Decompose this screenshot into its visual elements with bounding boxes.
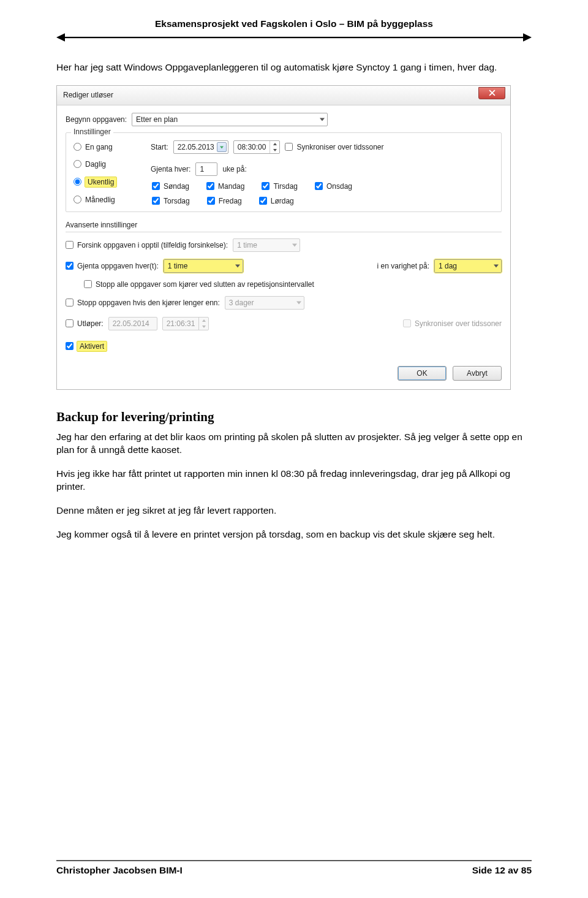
dialog-title: Rediger utløser [63, 91, 113, 99]
day-thu[interactable]: Torsdag [152, 197, 190, 205]
radio-monthly[interactable]: Månedlig [74, 196, 134, 204]
settings-legend: Innstillinger [71, 127, 113, 136]
svg-marker-2 [523, 33, 532, 42]
advanced-settings-title: Avanserte innstillinger [66, 221, 502, 229]
delay-label: Forsink oppgaven i opptil (tilfeldig for… [77, 241, 228, 249]
chevron-down-icon [296, 301, 301, 304]
expire-sync-tz-checkbox: Synkroniser over tidssoner [403, 319, 502, 328]
start-date-picker[interactable]: 22.05.2013 [173, 140, 228, 154]
enabled-label: Aktivert [77, 341, 107, 351]
radio-once-label: En gang [85, 143, 113, 151]
spinner-down-icon [270, 147, 279, 153]
day-sat-label: Lørdag [271, 197, 294, 205]
dialog-titlebar: Rediger utløser [57, 86, 510, 105]
day-sun[interactable]: Søndag [152, 182, 189, 191]
expire-date-value: 22.05.2014 [113, 319, 149, 328]
stop-if-label: Stopp oppgaven hvis den kjører lenger en… [77, 299, 220, 307]
day-thu-label: Torsdag [164, 197, 190, 205]
expire-sync-tz-label: Synkroniser over tidssoner [415, 319, 502, 328]
svg-marker-1 [56, 33, 65, 42]
repeat-task-dropdown[interactable]: 1 time [164, 259, 243, 273]
enabled-checkbox[interactable]: Aktivert [66, 341, 107, 351]
expire-date: 22.05.2014 [108, 317, 157, 330]
sync-timezones-checkbox[interactable]: Synkroniser over tidssoner [285, 143, 383, 151]
close-button[interactable] [478, 87, 505, 99]
sync-timezones-label: Synkroniser over tidssoner [296, 143, 383, 151]
delay-value: 1 time [237, 241, 257, 249]
day-fri[interactable]: Fredag [207, 197, 242, 205]
section-heading: Backup for levering/printing [56, 409, 532, 425]
delay-dropdown: 1 time [233, 238, 300, 252]
expire-time-value: 21:06:31 [163, 319, 199, 328]
chevron-down-icon [494, 264, 499, 267]
duration-label: i en varighet på: [377, 262, 429, 270]
stop-all-label: Stopp alle oppgaver som kjører ved slutt… [96, 280, 314, 289]
stop-if-value: 3 dager [229, 299, 254, 307]
dialog-window: Rediger utløser Begynn oppgaven: Etter e… [56, 85, 511, 390]
stop-if-checkbox[interactable]: Stopp oppgaven hvis den kjører lenger en… [66, 299, 220, 307]
expire-label: Utløper: [77, 319, 104, 328]
radio-weekly[interactable]: Ukentlig [74, 177, 134, 187]
begin-task-dropdown[interactable]: Etter en plan [132, 113, 328, 126]
day-mon-label: Mandag [218, 182, 244, 191]
para-2: Hvis jeg ikke har fått printet ut rappor… [56, 468, 532, 493]
day-fri-label: Fredag [219, 197, 242, 205]
expire-checkbox[interactable]: Utløper: [66, 319, 104, 328]
repeat-every-label: Gjenta hver: [151, 165, 190, 173]
chevron-down-icon [320, 118, 325, 121]
start-time-spinner[interactable]: 08:30:00 [233, 140, 281, 154]
para-1: Jeg har den erfaring at det blir kaos om… [56, 431, 532, 457]
repeat-every-value: 1 [200, 165, 204, 173]
start-label: Start: [151, 143, 168, 151]
day-wed[interactable]: Onsdag [315, 182, 352, 191]
ok-button[interactable]: OK [398, 366, 447, 381]
para-4: Jeg kommer også til å levere en printet … [56, 528, 532, 541]
spinner-down-icon [199, 324, 208, 330]
stop-all-checkbox[interactable]: Stopp alle oppgaver som kjører ved slutt… [84, 280, 314, 289]
stop-if-dropdown: 3 dager [225, 296, 304, 310]
spinner-up-icon [199, 318, 208, 324]
start-time-value: 08:30:00 [234, 143, 270, 151]
footer-author: Christopher Jacobsen BIM-I [56, 865, 183, 876]
close-icon [489, 89, 496, 96]
footer-page-number: Side 12 av 85 [472, 865, 532, 876]
day-wed-label: Onsdag [326, 182, 352, 191]
para-3: Denne måten er jeg sikret at jeg får lev… [56, 504, 532, 517]
ok-button-label: OK [417, 369, 427, 378]
chevron-down-icon [235, 264, 240, 267]
spinner-up-icon [270, 141, 279, 147]
repeat-task-checkbox[interactable]: Gjenta oppgaven hver(t): [66, 262, 159, 270]
day-tue[interactable]: Tirsdag [262, 182, 298, 191]
duration-value: 1 dag [439, 262, 457, 270]
day-mon[interactable]: Mandag [206, 182, 244, 191]
page-header-title: Eksamensprosjekt ved Fagskolen i Oslo – … [56, 18, 532, 29]
day-tue-label: Tirsdag [273, 182, 298, 191]
radio-daily[interactable]: Daglig [74, 160, 134, 169]
start-date-value: 22.05.2013 [178, 143, 214, 151]
intro-paragraph: Her har jeg satt Windows Oppgaveplanlegg… [56, 61, 532, 74]
radio-once[interactable]: En gang [74, 143, 134, 151]
footer-divider [56, 860, 532, 861]
repeat-every-suffix: uke på: [222, 165, 246, 173]
page-footer: Christopher Jacobsen BIM-I Side 12 av 85 [56, 860, 532, 876]
repeat-task-value: 1 time [168, 262, 188, 270]
radio-daily-label: Daglig [85, 160, 106, 169]
day-sun-label: Søndag [164, 182, 189, 191]
repeat-every-input[interactable]: 1 [195, 162, 217, 176]
expire-time-spinner: 21:06:31 [162, 317, 209, 330]
begin-task-label: Begynn oppgaven: [66, 115, 127, 124]
settings-fieldset: Innstillinger En gang Daglig Ukentlig Må… [66, 132, 502, 212]
begin-task-value: Etter en plan [136, 115, 178, 124]
calendar-dropdown-icon [217, 142, 227, 152]
cancel-button-label: Avbryt [467, 369, 488, 378]
duration-dropdown[interactable]: 1 dag [434, 259, 502, 273]
day-sat[interactable]: Lørdag [259, 197, 294, 205]
delay-checkbox[interactable]: Forsink oppgaven i opptil (tilfeldig for… [66, 241, 228, 249]
repeat-task-label: Gjenta oppgaven hver(t): [77, 262, 159, 270]
divider [66, 232, 502, 232]
chevron-down-icon [292, 243, 297, 246]
radio-weekly-label: Ukentlig [85, 177, 116, 187]
header-arrow-divider [56, 32, 532, 43]
cancel-button[interactable]: Avbryt [453, 366, 502, 381]
radio-monthly-label: Månedlig [85, 196, 115, 204]
